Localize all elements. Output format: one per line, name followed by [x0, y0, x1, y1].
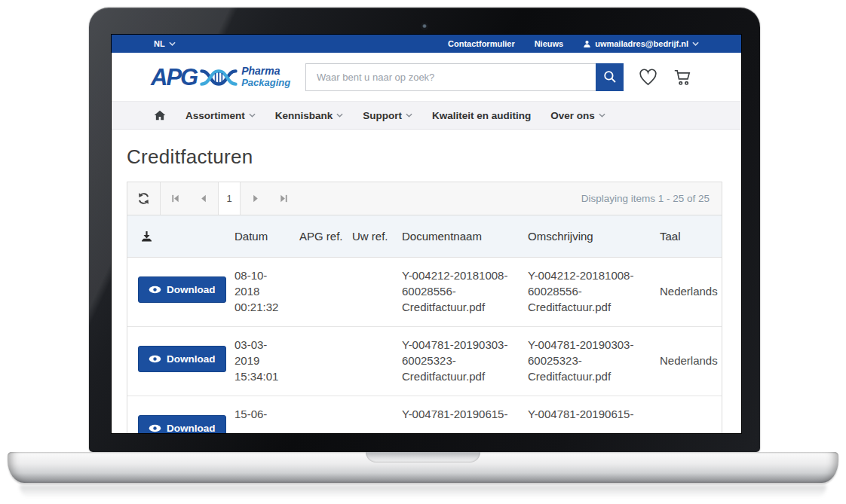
download-all-icon [127, 231, 227, 243]
chevron-down-icon [336, 113, 343, 118]
search-input[interactable] [305, 63, 596, 91]
table-row: Download 08-10-2018 00:21:32 Y-004212-20… [127, 258, 722, 327]
logo[interactable]: APG Pharma Packaging [151, 65, 296, 89]
laptop-reflection [20, 485, 826, 500]
laptop-camera [421, 23, 428, 29]
heart-icon [638, 76, 658, 89]
table-row: Download 15-06- Y-004781-20190615- Y-004… [127, 396, 722, 433]
cell-apg-ref [292, 337, 345, 384]
news-link[interactable]: Nieuws [535, 39, 564, 48]
next-page-button[interactable] [241, 182, 269, 215]
dna-helix-icon [199, 66, 238, 89]
logo-text: APG [151, 66, 197, 89]
cell-apg-ref [292, 406, 345, 433]
cell-datum: 15-06- [227, 406, 292, 433]
documents-grid: 1 Displaying items 1 - 25 of 25 [127, 182, 722, 433]
col-header-omschrijving: Omschrijving [520, 230, 652, 243]
last-page-button[interactable] [269, 182, 298, 215]
cell-datum: 03-03-2019 15:34:01 [227, 337, 292, 384]
refresh-icon [137, 192, 150, 205]
first-page-icon [170, 194, 180, 203]
page-content: Creditfacturen [112, 145, 741, 433]
user-icon [583, 40, 591, 48]
wishlist-button[interactable] [638, 68, 658, 87]
download-button[interactable]: Download [138, 346, 226, 372]
current-page-indicator: 1 [218, 182, 241, 215]
nav-item-over-ons[interactable]: Over ons [550, 110, 605, 121]
nav-item-kwaliteit[interactable]: Kwaliteit en auditing [432, 110, 531, 121]
chevron-down-icon [169, 41, 176, 46]
laptop-screen: NL Contactformulier Nieuws uwmailadres@b… [112, 35, 741, 433]
col-header-documentnaam: Documentnaam [394, 230, 520, 243]
table-row: Download 03-03-2019 15:34:01 Y-004781-20… [127, 327, 722, 396]
prev-page-button[interactable] [189, 182, 218, 215]
eye-icon [149, 424, 161, 432]
language-selector[interactable]: NL [154, 39, 176, 48]
eye-icon [149, 355, 161, 363]
paging-status: Displaying items 1 - 25 of 25 [581, 182, 722, 215]
chevron-down-icon [249, 113, 256, 118]
cell-documentnaam: Y-004781-20190303-60025323-Creditfactuur… [394, 337, 520, 384]
utility-bar: NL Contactformulier Nieuws uwmailadres@b… [112, 35, 741, 53]
cell-omschrijving: Y-004781-20190303-60025323-Creditfactuur… [520, 337, 652, 384]
next-page-icon [250, 194, 260, 203]
cell-taal: Nederlands [652, 283, 728, 299]
cart-button[interactable] [673, 68, 694, 87]
laptop-frame: NL Contactformulier Nieuws uwmailadres@b… [89, 8, 760, 452]
cell-uw-ref [345, 406, 394, 433]
col-header-taal: Taal [652, 230, 722, 243]
grid-toolbar: 1 Displaying items 1 - 25 of 25 [127, 182, 722, 215]
cell-omschrijving: Y-004212-20181008-60028556-Creditfactuur… [520, 267, 652, 315]
table-header-row: Datum APG ref. Uw ref. Documentnaam Omsc… [127, 215, 722, 258]
main-nav: Assortiment Kennisbank Support Kwaliteit… [112, 101, 741, 130]
eye-icon [149, 286, 161, 294]
nav-item-kennisbank[interactable]: Kennisbank [275, 110, 344, 121]
cart-icon [673, 76, 694, 89]
account-email: uwmailadres@bedrijf.nl [595, 39, 688, 48]
cell-uw-ref [345, 267, 394, 315]
page-title: Creditfacturen [127, 145, 722, 169]
chevron-down-icon [692, 41, 699, 46]
nav-home[interactable] [154, 110, 166, 121]
cell-documentnaam: Y-004781-20190615- [394, 406, 520, 433]
cell-documentnaam: Y-004212-20181008-60028556-Creditfactuur… [394, 267, 520, 315]
nav-item-assortiment[interactable]: Assortiment [185, 110, 256, 121]
search-button[interactable] [596, 63, 624, 91]
laptop-mockup: NL Contactformulier Nieuws uwmailadres@b… [0, 0, 846, 504]
first-page-button[interactable] [161, 182, 189, 215]
chevron-down-icon [599, 113, 605, 118]
site-header: APG Pharma Packaging [112, 53, 741, 101]
cell-uw-ref [345, 337, 394, 384]
contact-link[interactable]: Contactformulier [448, 39, 515, 48]
col-header-apg-ref: APG ref. [292, 230, 345, 243]
cell-omschrijving: Y-004781-20190615- [520, 406, 652, 433]
laptop-base [8, 452, 838, 483]
laptop-base-notch [366, 452, 480, 463]
chevron-down-icon [406, 113, 412, 118]
col-header-datum: Datum [227, 230, 292, 243]
prev-page-icon [199, 194, 209, 203]
refresh-button[interactable] [127, 182, 161, 215]
cell-taal: Nederlands [652, 353, 728, 368]
cell-apg-ref [292, 267, 345, 315]
nav-item-support[interactable]: Support [363, 110, 412, 121]
logo-tagline: Pharma Packaging [241, 66, 290, 87]
search-bar [305, 63, 624, 91]
col-header-uw-ref: Uw ref. [345, 230, 394, 243]
last-page-icon [279, 194, 289, 203]
language-label: NL [154, 39, 165, 48]
account-menu[interactable]: uwmailadres@bedrijf.nl [583, 39, 699, 48]
download-button[interactable]: Download [138, 415, 226, 433]
download-button[interactable]: Download [138, 276, 226, 303]
cell-datum: 08-10-2018 00:21:32 [227, 267, 292, 315]
search-icon [603, 70, 617, 84]
home-icon [154, 110, 166, 121]
